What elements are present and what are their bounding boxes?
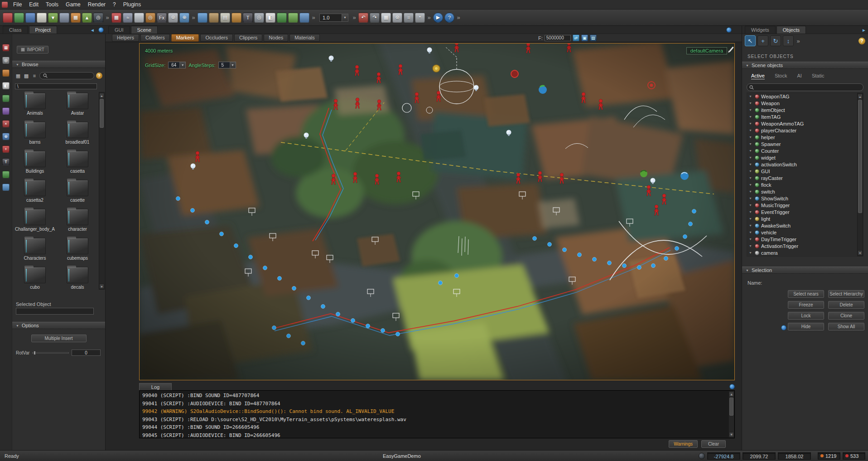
viewport-mode-tab[interactable]: Nodes (264, 34, 288, 42)
viewport-mode-tab[interactable]: Clippers (234, 34, 262, 42)
expander-icon[interactable]: ▼ (749, 204, 753, 207)
tree-item[interactable]: ▼ switch (747, 188, 863, 195)
menu-item[interactable]: Plugins (120, 0, 145, 9)
viewport-mode-tab[interactable]: Markers (171, 34, 199, 42)
scroll-up-icon[interactable]: ▲ (858, 94, 863, 99)
red-tool-icon[interactable]: × (2, 120, 10, 127)
object-list-tab[interactable]: AI (797, 73, 801, 79)
asset-folder[interactable]: character (58, 208, 97, 237)
collapse-left-icon[interactable]: ◄ (88, 28, 96, 33)
object-list-tab[interactable]: Active (751, 73, 765, 79)
tree-item[interactable]: ▼ WeaponAmmoTAG (747, 120, 863, 127)
redo-icon[interactable]: ↷ (370, 13, 380, 23)
calendar-icon[interactable]: ▤ (220, 13, 230, 23)
expander-icon[interactable]: ▼ (749, 163, 753, 166)
scrollbar-thumb[interactable] (729, 398, 733, 416)
f-value-field[interactable] (545, 35, 571, 41)
blue-page-icon[interactable] (198, 13, 207, 23)
object-list-tab[interactable]: Stock (775, 73, 787, 79)
leaf-icon[interactable] (288, 13, 298, 23)
asset-folder[interactable]: cubo (15, 266, 55, 295)
menu-item[interactable]: ? (109, 0, 120, 9)
material-icon[interactable] (231, 13, 241, 23)
tree-item[interactable]: ▼ AwakeSwitch (747, 222, 863, 229)
swap-view-icon[interactable]: ⇄ (573, 34, 579, 41)
help-icon[interactable]: ? (858, 38, 865, 44)
plant-icon[interactable] (277, 13, 287, 23)
small-icons-view-icon[interactable]: ▩ (23, 73, 29, 79)
tree-scrollbar[interactable]: ▲ ▼ (857, 93, 863, 256)
text-tool-icon[interactable]: T (243, 13, 253, 23)
new-scene-icon[interactable] (37, 13, 47, 23)
scrollbar-thumb[interactable] (100, 99, 104, 128)
list-lines-icon[interactable]: ≡ (404, 13, 414, 23)
overflow-chevron[interactable]: » (796, 35, 801, 46)
ocean-icon[interactable]: ≈ (123, 13, 133, 23)
wheel-icon[interactable]: ⊛ (168, 13, 178, 23)
asset-folder[interactable]: Challanger_body_A (15, 208, 55, 237)
dark-sphere-icon[interactable]: ◎ (93, 13, 103, 23)
blue-note-icon[interactable] (299, 13, 309, 23)
scroll-down-icon[interactable]: ▼ (99, 284, 104, 289)
large-icons-view-icon[interactable]: ▦ (15, 73, 21, 79)
tree-item[interactable]: ▼ ActivationTrigger (747, 243, 863, 249)
scale-tool-icon[interactable]: ↕ (783, 35, 794, 46)
overflow-chevron[interactable]: » (426, 13, 432, 23)
plant-icon[interactable] (2, 171, 10, 178)
panel-menu-icon[interactable] (726, 27, 732, 33)
tab-class[interactable]: Class (3, 26, 28, 34)
expander-icon[interactable]: ▼ (749, 129, 753, 132)
multiple-insert-button[interactable]: Multiple Insert (31, 335, 87, 342)
log-tab[interactable]: Log (139, 383, 172, 390)
expand-right-icon[interactable]: ► (860, 28, 868, 34)
zoom-dropdown[interactable]: 1.0 ▼ (319, 14, 348, 22)
orange-sphere-icon[interactable] (2, 69, 10, 77)
overflow-chevron[interactable]: » (456, 13, 461, 23)
options-section-header[interactable]: ▼ Options (12, 322, 105, 329)
flag-icon[interactable] (2, 184, 10, 191)
contrast-icon[interactable]: ◧ (265, 13, 275, 23)
expander-icon[interactable]: ▼ (749, 251, 753, 254)
viewport-mode-tab[interactable]: Materials (289, 34, 320, 42)
log-scrollbar[interactable]: ▲ ▼ (728, 391, 734, 438)
red-window-icon[interactable]: ▦ (2, 44, 10, 51)
help-icon[interactable]: ? (96, 73, 102, 79)
expander-icon[interactable]: ▼ (749, 244, 753, 247)
expander-icon[interactable]: ▼ (749, 190, 753, 193)
expander-icon[interactable]: ▼ (749, 156, 753, 159)
clear-log-button[interactable]: Clear (701, 440, 726, 448)
menu-item[interactable]: Render (84, 0, 109, 9)
snowflake-icon[interactable]: * (415, 13, 425, 23)
expander-icon[interactable]: ▼ (749, 102, 753, 105)
scroll-down-icon[interactable]: ▼ (858, 250, 863, 255)
expander-icon[interactable]: ▼ (749, 224, 753, 227)
checker-icon[interactable]: ◧ (2, 82, 10, 89)
render-settings-icon[interactable]: ▦ (71, 13, 81, 23)
tab-scene[interactable]: Scene (131, 26, 158, 34)
selection-button[interactable]: Clone (828, 312, 864, 320)
tab-project[interactable]: Project (29, 26, 57, 34)
rotvar-slider[interactable] (32, 352, 69, 354)
purple-material-icon[interactable] (2, 107, 10, 115)
viewport-mode-tab[interactable]: Occluders (200, 34, 233, 42)
tree-item[interactable]: ▼ EventTrigger (747, 209, 863, 215)
tree-item[interactable]: ▼ flock (747, 181, 863, 188)
effects-icon[interactable]: Fx (157, 13, 167, 23)
chevron-down-icon[interactable]: ▼ (342, 14, 348, 21)
gridsize-dropdown[interactable]: 64 ▼ (168, 62, 186, 68)
tree-item[interactable]: ▼ Weapon (747, 100, 863, 107)
rubik-cube-icon[interactable]: ▦ (111, 13, 121, 23)
move-tool-icon[interactable]: + (757, 35, 768, 46)
rotvar-value-field[interactable] (72, 349, 101, 356)
tree-item[interactable]: ▼ ShowSwitch (747, 195, 863, 202)
selection-button[interactable]: Select Hierarchy (828, 290, 864, 298)
scroll-up-icon[interactable]: ▲ (729, 392, 734, 397)
scroll-down-icon[interactable]: ▼ (729, 432, 734, 437)
asset-folder[interactable]: Avatar (58, 92, 97, 121)
tree-item[interactable]: ▼ helper (747, 134, 863, 141)
tree-item[interactable]: ▼ MusicTrigger (747, 202, 863, 209)
tree-item[interactable]: ▼ light (747, 215, 863, 222)
tree-item[interactable]: ▼ rayCaster (747, 175, 863, 181)
asset-folder[interactable]: cubemaps (58, 237, 97, 266)
chevron-down-icon[interactable]: ▼ (230, 62, 236, 68)
